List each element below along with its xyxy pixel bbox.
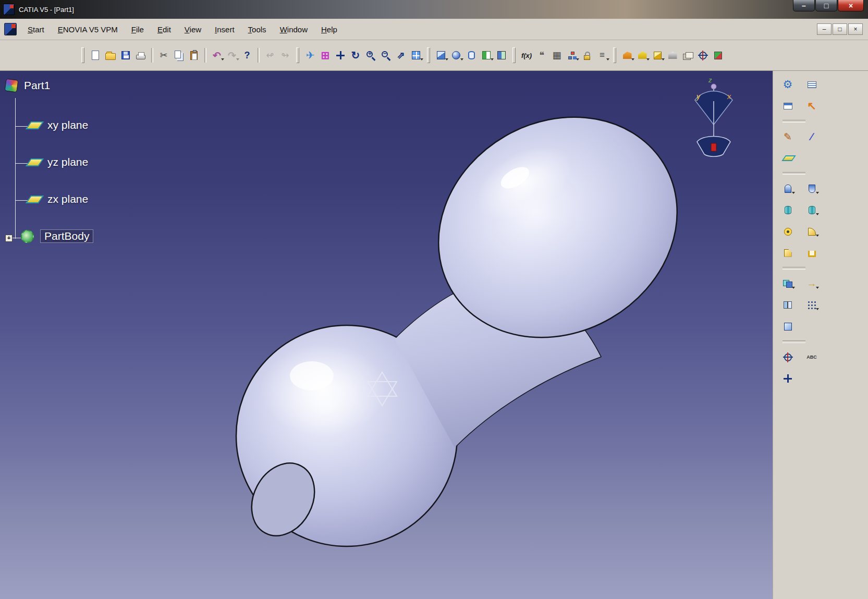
undo-icon[interactable]: ↶ xyxy=(210,48,224,63)
fly-mode-icon[interactable]: ✈ xyxy=(303,48,317,63)
annotation-icon[interactable]: ABC xyxy=(804,350,819,364)
window-layout-icon[interactable] xyxy=(780,99,795,113)
pocket-icon[interactable] xyxy=(804,181,819,196)
lock-icon[interactable] xyxy=(580,48,594,63)
knowledge-rules-icon[interactable]: ≡ xyxy=(595,48,609,63)
sectioning-icon[interactable] xyxy=(620,48,634,63)
scaling-icon[interactable] xyxy=(780,319,795,334)
compass-anchor[interactable] xyxy=(711,143,716,151)
shaft-icon[interactable] xyxy=(780,203,795,217)
product-structure-icon[interactable] xyxy=(565,48,579,63)
dropdown-arrow-icon[interactable] xyxy=(816,287,819,290)
toolbar-grip[interactable] xyxy=(427,47,430,63)
groove-icon[interactable] xyxy=(804,203,819,217)
dropdown-arrow-icon[interactable] xyxy=(631,58,634,62)
dropdown-arrow-icon[interactable] xyxy=(606,58,609,62)
cut-icon[interactable]: ✂ xyxy=(156,48,171,63)
toolbar-grip[interactable] xyxy=(613,47,616,63)
mdi-close-button[interactable]: × xyxy=(848,23,863,35)
shell-icon[interactable] xyxy=(804,246,819,260)
design-table-icon[interactable]: ▦ xyxy=(549,48,564,63)
formula-icon[interactable]: f(x) xyxy=(519,48,534,63)
pan-icon[interactable] xyxy=(333,48,348,63)
pattern-icon[interactable] xyxy=(804,298,819,312)
plane-icon[interactable] xyxy=(780,151,795,165)
catalog-browser-icon[interactable] xyxy=(680,48,695,63)
menu-item-file[interactable]: File xyxy=(125,25,151,34)
settings-gear-icon[interactable]: ⚙ xyxy=(780,77,795,92)
menu-item-insert[interactable]: Insert xyxy=(208,25,241,34)
open-icon[interactable] xyxy=(103,48,118,63)
paste-link-icon[interactable]: ↬ xyxy=(278,48,292,63)
menu-item-view[interactable]: View xyxy=(178,25,208,34)
tree-node-label[interactable]: yz plane xyxy=(47,156,88,168)
specification-list-icon[interactable] xyxy=(804,77,819,92)
dropdown-arrow-icon[interactable] xyxy=(816,308,819,312)
dropdown-arrow-icon[interactable] xyxy=(236,58,239,62)
toolbar-grip[interactable] xyxy=(81,47,84,63)
tree-node-label[interactable]: Part1 xyxy=(24,79,50,92)
view-compass[interactable]: z y x xyxy=(682,75,745,165)
tree-node-label[interactable]: zx plane xyxy=(47,193,88,205)
tree-expand-icon[interactable] xyxy=(5,235,13,242)
compass-top-handle[interactable] xyxy=(711,84,716,89)
tree-node-part[interactable]: Part1 xyxy=(5,79,50,92)
toolbar-grip[interactable] xyxy=(296,47,299,63)
dropdown-arrow-icon[interactable] xyxy=(576,58,579,62)
save-icon[interactable] xyxy=(118,48,133,63)
solid-icon[interactable] xyxy=(650,48,665,63)
split-icon[interactable] xyxy=(635,48,650,63)
dropdown-arrow-icon[interactable] xyxy=(646,58,650,62)
dropdown-arrow-icon[interactable] xyxy=(816,192,819,195)
sketcher-icon[interactable]: ✎ xyxy=(780,129,795,144)
minimize-button[interactable]: – xyxy=(793,0,815,11)
dropdown-arrow-icon[interactable] xyxy=(460,58,463,62)
knowledge-inspector-icon[interactable]: ❝ xyxy=(534,48,549,63)
copy-icon[interactable] xyxy=(172,48,186,63)
redo-icon[interactable]: ↷ xyxy=(225,48,239,63)
maximize-button[interactable]: □ xyxy=(815,0,837,11)
new-icon[interactable] xyxy=(88,48,103,63)
dropdown-arrow-icon[interactable] xyxy=(792,192,795,195)
print-icon[interactable] xyxy=(133,48,148,63)
visibility-flag-icon[interactable] xyxy=(711,48,725,63)
tree-node-xy-plane[interactable]: xy plane xyxy=(26,119,88,131)
draft-analysis-icon[interactable] xyxy=(665,48,680,63)
zoom-out-icon[interactable] xyxy=(378,48,393,63)
dropdown-arrow-icon[interactable] xyxy=(792,287,795,290)
axis-system-icon[interactable] xyxy=(780,350,795,364)
select-arrow-icon[interactable]: ↖ xyxy=(804,99,819,113)
mdi-minimize-button[interactable]: – xyxy=(817,23,832,35)
compass-snap-icon[interactable] xyxy=(695,48,710,63)
menu-item-help[interactable]: Help xyxy=(314,25,344,34)
chamfer-icon[interactable] xyxy=(780,246,795,260)
isometric-view-icon[interactable] xyxy=(434,48,448,63)
line-icon[interactable]: ∕ xyxy=(804,129,819,144)
paste-icon[interactable] xyxy=(187,48,201,63)
boolean-operation-icon[interactable] xyxy=(780,276,795,291)
wireframe-icon[interactable] xyxy=(464,48,479,63)
dropdown-arrow-icon[interactable] xyxy=(221,58,224,62)
fillet-icon[interactable] xyxy=(804,224,819,239)
hole-icon[interactable] xyxy=(780,224,795,239)
rotate-icon[interactable]: ↻ xyxy=(348,48,363,63)
dropdown-arrow-icon[interactable] xyxy=(420,58,423,62)
mirror-icon[interactable] xyxy=(780,298,795,312)
swap-visible-space-icon[interactable] xyxy=(494,48,509,63)
quick-view-icon[interactable] xyxy=(409,48,423,63)
dropdown-arrow-icon[interactable] xyxy=(816,213,819,217)
copy-link-icon[interactable]: ↫ xyxy=(263,48,277,63)
menu-item-edit[interactable]: Edit xyxy=(151,25,178,34)
tree-node-zx-plane[interactable]: zx plane xyxy=(26,193,88,205)
dropdown-arrow-icon[interactable] xyxy=(491,58,494,62)
whats-this-icon[interactable]: ? xyxy=(240,48,254,63)
zoom-in-icon[interactable] xyxy=(363,48,378,63)
viewport-3d[interactable]: Part1 xy plane yz plane zx plane xyxy=(0,71,773,599)
menu-item-enovia-v5-vpm[interactable]: ENOVIA V5 VPM xyxy=(51,25,125,34)
menu-item-tools[interactable]: Tools xyxy=(241,25,273,34)
tree-node-partbody[interactable]: PartBody xyxy=(21,229,93,243)
3d-model[interactable] xyxy=(236,75,717,547)
pad-icon[interactable] xyxy=(780,181,795,196)
translate-icon[interactable]: → xyxy=(804,276,819,291)
normal-view-icon[interactable]: ⇗ xyxy=(394,48,408,63)
